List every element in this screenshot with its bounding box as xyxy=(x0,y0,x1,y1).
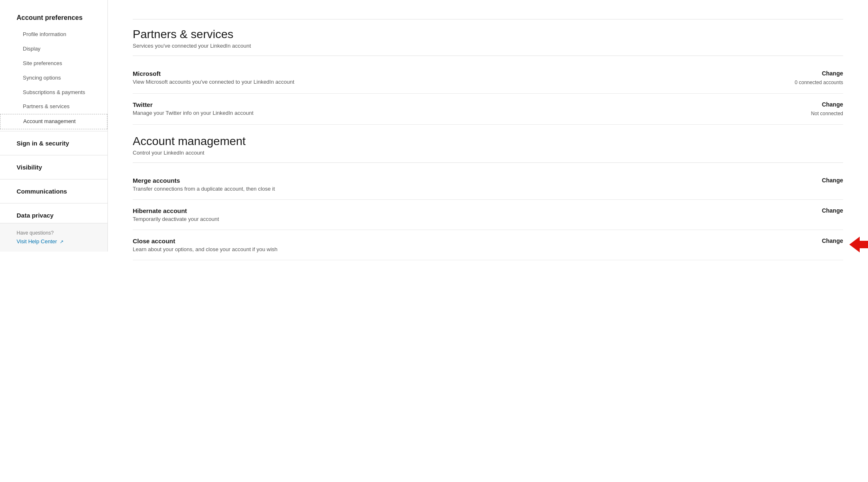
hibernate-account-title: Hibernate account xyxy=(133,207,777,214)
hibernate-account-change-link[interactable]: Change xyxy=(785,207,843,214)
partners-services-title: Partners & services xyxy=(133,28,843,41)
merge-accounts-description: Transfer connections from a duplicate ac… xyxy=(133,186,777,192)
sidebar-footer: Have questions? Visit Help Center ↗ xyxy=(0,223,107,252)
microsoft-status: 0 connected accounts xyxy=(795,80,843,85)
sidebar: Account preferences Profile information … xyxy=(0,0,108,252)
microsoft-row-right: Change 0 connected accounts xyxy=(785,70,843,86)
sidebar-item-display[interactable]: Display xyxy=(0,42,107,56)
external-link-icon: ↗ xyxy=(60,239,63,244)
twitter-status: Not connected xyxy=(811,111,843,116)
hibernate-account-right: Change xyxy=(785,207,843,216)
merge-accounts-left: Merge accounts Transfer connections from… xyxy=(133,177,777,192)
hibernate-account-left: Hibernate account Temporarily deactivate… xyxy=(133,207,777,222)
sidebar-section-account-preferences[interactable]: Account preferences xyxy=(0,8,107,27)
sidebar-item-account-management[interactable]: Account management xyxy=(0,114,107,129)
sidebar-item-syncing-options[interactable]: Syncing options xyxy=(0,71,107,85)
sidebar-item-partners-services[interactable]: Partners & services xyxy=(0,99,107,114)
account-management-section: Account management Control your LinkedIn… xyxy=(133,135,843,156)
twitter-description: Manage your Twitter info on your LinkedI… xyxy=(133,110,777,116)
account-management-title: Account management xyxy=(133,135,843,148)
svg-marker-2 xyxy=(849,237,868,252)
visit-help-center-link[interactable]: Visit Help Center ↗ xyxy=(17,238,63,245)
right-red-arrow xyxy=(849,237,868,254)
main-content: Partners & services Services you've conn… xyxy=(108,0,868,482)
close-account-row: Close account Learn about your options, … xyxy=(133,230,843,260)
twitter-change-link[interactable]: Change xyxy=(785,101,843,108)
twitter-row-left: Twitter Manage your Twitter info on your… xyxy=(133,101,777,116)
microsoft-change-link[interactable]: Change xyxy=(785,70,843,77)
microsoft-row: Microsoft View Microsoft accounts you've… xyxy=(133,63,843,94)
sidebar-section-visibility[interactable]: Visibility xyxy=(0,157,107,177)
close-account-change-link[interactable]: Change xyxy=(785,237,843,244)
sidebar-item-profile-information[interactable]: Profile information xyxy=(0,27,107,42)
merge-accounts-change-link[interactable]: Change xyxy=(785,177,843,184)
microsoft-title: Microsoft xyxy=(133,70,777,77)
sidebar-section-sign-in-security[interactable]: Sign in & security xyxy=(0,133,107,153)
close-account-left: Close account Learn about your options, … xyxy=(133,237,777,252)
twitter-row-right: Change Not connected xyxy=(785,101,843,117)
hibernate-account-row: Hibernate account Temporarily deactivate… xyxy=(133,200,843,230)
account-management-subtitle: Control your LinkedIn account xyxy=(133,150,843,156)
close-account-description: Learn about your options, and close your… xyxy=(133,246,777,252)
close-account-row-wrapper: Close account Learn about your options, … xyxy=(133,230,843,260)
close-account-title: Close account xyxy=(133,237,777,245)
hibernate-account-description: Temporarily deactivate your account xyxy=(133,216,777,222)
merge-accounts-right: Change xyxy=(785,177,843,185)
merge-accounts-title: Merge accounts xyxy=(133,177,777,184)
microsoft-row-left: Microsoft View Microsoft accounts you've… xyxy=(133,70,777,85)
partners-services-subtitle: Services you've connected your LinkedIn … xyxy=(133,43,843,49)
twitter-row: Twitter Manage your Twitter info on your… xyxy=(133,94,843,125)
partners-services-section: Partners & services Services you've conn… xyxy=(133,28,843,49)
sidebar-footer-question: Have questions? xyxy=(17,230,99,236)
sidebar-section-data-privacy[interactable]: Data privacy xyxy=(0,205,107,225)
sidebar-item-site-preferences[interactable]: Site preferences xyxy=(0,56,107,71)
twitter-title: Twitter xyxy=(133,101,777,108)
sidebar-item-subscriptions-payments[interactable]: Subscriptions & payments xyxy=(0,85,107,100)
merge-accounts-row: Merge accounts Transfer connections from… xyxy=(133,170,843,200)
microsoft-description: View Microsoft accounts you've connected… xyxy=(133,79,777,85)
sidebar-section-communications[interactable]: Communications xyxy=(0,181,107,201)
close-account-right: Change xyxy=(785,237,843,246)
